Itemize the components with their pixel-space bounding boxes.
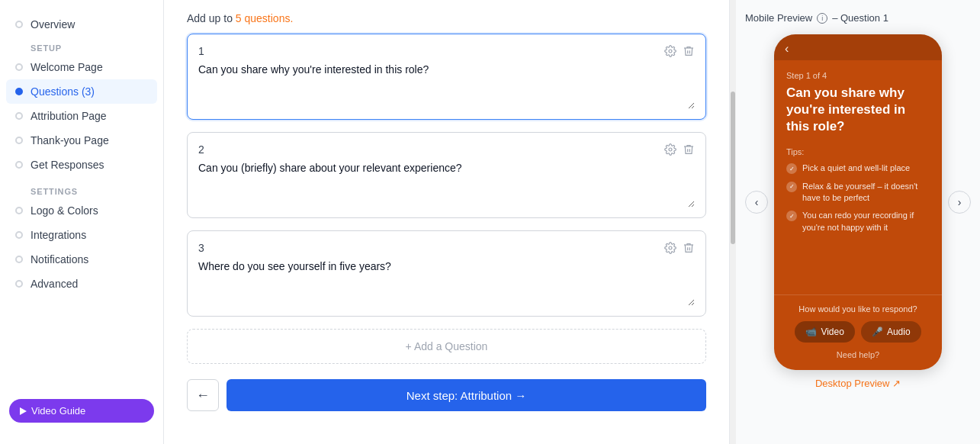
- setup-section-label: SETUP: [15, 36, 77, 57]
- mobile-frame: ‹ Step 1 of 4 Can you share why you're i…: [774, 34, 942, 370]
- info-icon[interactable]: i: [817, 13, 827, 24]
- sidebar-item-thankyou[interactable]: Thank-you Page: [0, 128, 163, 153]
- dot-welcome: [15, 63, 23, 71]
- video-guide-button[interactable]: Video Guide: [9, 399, 154, 423]
- sidebar: Overview SETUP Welcome Page Questions (3…: [0, 0, 164, 444]
- preview-header: Mobile Preview i – Question 1: [745, 12, 888, 24]
- sidebar-label-logo-colors: Logo & Colors: [31, 204, 98, 217]
- svg-point-2: [669, 246, 672, 249]
- dot-integrations: [15, 231, 23, 239]
- gear-icon-1[interactable]: [664, 45, 676, 57]
- desktop-preview-link[interactable]: Desktop Preview ↗: [815, 378, 901, 389]
- tips-label: Tips:: [786, 147, 930, 156]
- card-header-2: 2: [198, 143, 695, 156]
- trash-icon-1[interactable]: [683, 45, 695, 57]
- settings-section-label: SETTINGS: [15, 179, 93, 201]
- dot-attribution: [15, 112, 23, 120]
- mic-icon: 🎤: [872, 327, 883, 337]
- card-header-3: 3: [198, 242, 695, 254]
- sidebar-item-overview[interactable]: Overview: [0, 12, 163, 37]
- question-number-1: 1: [198, 45, 204, 57]
- mobile-footer: How would you like to respond? 📹 Video 🎤…: [774, 294, 942, 370]
- step-label: Step 1 of 4: [786, 71, 930, 80]
- tip-text-3: You can redo your recording if you're no…: [802, 210, 930, 233]
- question-textarea-1[interactable]: Can you share why you're interested in t…: [198, 63, 695, 109]
- sidebar-label-thankyou: Thank-you Page: [31, 134, 109, 146]
- questions-limit-link[interactable]: 5 questions.: [236, 12, 294, 24]
- question-card-3: 3 Where do you see yourself in five year…: [187, 230, 706, 317]
- question-textarea-2[interactable]: Can you (briefly) share about your relev…: [198, 162, 695, 208]
- sidebar-label-notifications: Notifications: [31, 253, 88, 265]
- svg-point-0: [669, 50, 672, 53]
- tip-check-2: ✓: [786, 182, 797, 192]
- video-respond-button[interactable]: 📹 Video: [795, 321, 854, 343]
- card-actions-1: [664, 45, 695, 57]
- sidebar-item-notifications[interactable]: Notifications: [0, 247, 163, 272]
- scrollbar[interactable]: [730, 0, 736, 444]
- question-card-1: 1 Can you share why you're interested in…: [187, 34, 706, 120]
- add-up-text: Add up to 5 questions.: [187, 0, 706, 34]
- dot-advanced: [15, 280, 23, 288]
- question-number-3: 3: [198, 242, 204, 254]
- question-card-2: 2 Can you (briefly) share about your rel…: [187, 132, 706, 218]
- audio-respond-button[interactable]: 🎤 Audio: [861, 321, 921, 343]
- dot-overview: [15, 21, 23, 28]
- sidebar-label-welcome: Welcome Page: [31, 61, 103, 73]
- back-button[interactable]: ←: [187, 379, 219, 411]
- tip-item-3: ✓ You can redo your recording if you're …: [786, 210, 930, 233]
- sidebar-item-logo-colors[interactable]: Logo & Colors: [0, 198, 163, 223]
- card-actions-3: [664, 242, 695, 254]
- respond-buttons: 📹 Video 🎤 Audio: [786, 321, 930, 343]
- tip-text-1: Pick a quiet and well-lit place: [802, 162, 910, 174]
- card-header-1: 1: [198, 45, 695, 57]
- bottom-bar: ← Next step: Attribution →: [187, 376, 706, 411]
- sidebar-label-overview: Overview: [31, 18, 75, 31]
- video-camera-icon: 📹: [805, 327, 817, 337]
- dot-notifications: [15, 256, 23, 263]
- tip-check-1: ✓: [786, 163, 797, 174]
- mobile-top-bar: ‹: [774, 34, 942, 60]
- preview-question-label: – Question 1: [832, 12, 888, 24]
- sidebar-item-get-responses[interactable]: Get Responses: [0, 153, 163, 177]
- scrollbar-thumb: [731, 92, 735, 244]
- tip-text-2: Relax & be yourself – it doesn't have to…: [802, 181, 930, 204]
- sidebar-label-questions: Questions (3): [31, 85, 95, 98]
- dot-questions: [15, 88, 23, 95]
- sidebar-item-questions[interactable]: Questions (3): [6, 79, 157, 104]
- add-question-button[interactable]: + Add a Question: [187, 329, 706, 364]
- mobile-content: Step 1 of 4 Can you share why you're int…: [774, 60, 942, 294]
- dot-get-responses: [15, 161, 23, 169]
- tip-item-1: ✓ Pick a quiet and well-lit place: [786, 162, 930, 174]
- trash-icon-3[interactable]: [683, 242, 695, 254]
- tip-check-3: ✓: [786, 211, 797, 221]
- next-preview-button[interactable]: ›: [948, 191, 971, 214]
- main-content: Add up to 5 questions. 1 Can you share w…: [164, 0, 730, 444]
- sidebar-label-get-responses: Get Responses: [31, 159, 104, 171]
- sidebar-item-welcome-page[interactable]: Welcome Page: [0, 55, 163, 79]
- sidebar-item-advanced[interactable]: Advanced: [0, 272, 163, 296]
- play-icon: [20, 407, 27, 415]
- sidebar-item-attribution[interactable]: Attribution Page: [0, 104, 163, 128]
- mobile-question-text: Can you share why you're interested in t…: [786, 85, 930, 135]
- preview-header-label: Mobile Preview: [745, 12, 812, 24]
- next-step-button[interactable]: Next step: Attribution →: [227, 379, 706, 411]
- mobile-back-chevron[interactable]: ‹: [785, 42, 789, 56]
- question-number-2: 2: [198, 143, 204, 156]
- video-btn-label: Video: [821, 327, 843, 337]
- video-guide-label: Video Guide: [31, 405, 85, 417]
- sidebar-label-advanced: Advanced: [31, 278, 78, 290]
- trash-icon-2[interactable]: [683, 143, 695, 156]
- sidebar-item-integrations[interactable]: Integrations: [0, 223, 163, 247]
- prev-preview-button[interactable]: ‹: [745, 191, 768, 214]
- sidebar-label-integrations: Integrations: [31, 229, 86, 241]
- card-actions-2: [664, 143, 695, 156]
- question-textarea-3[interactable]: Where do you see yourself in five years?: [198, 260, 695, 306]
- gear-icon-2[interactable]: [664, 143, 676, 156]
- need-help-text: Need help?: [786, 350, 930, 359]
- tip-item-2: ✓ Relax & be yourself – it doesn't have …: [786, 181, 930, 204]
- svg-point-1: [669, 148, 672, 151]
- respond-label: How would you like to respond?: [786, 304, 930, 314]
- audio-btn-label: Audio: [887, 327, 911, 337]
- dot-logo-colors: [15, 207, 23, 214]
- gear-icon-3[interactable]: [664, 242, 676, 254]
